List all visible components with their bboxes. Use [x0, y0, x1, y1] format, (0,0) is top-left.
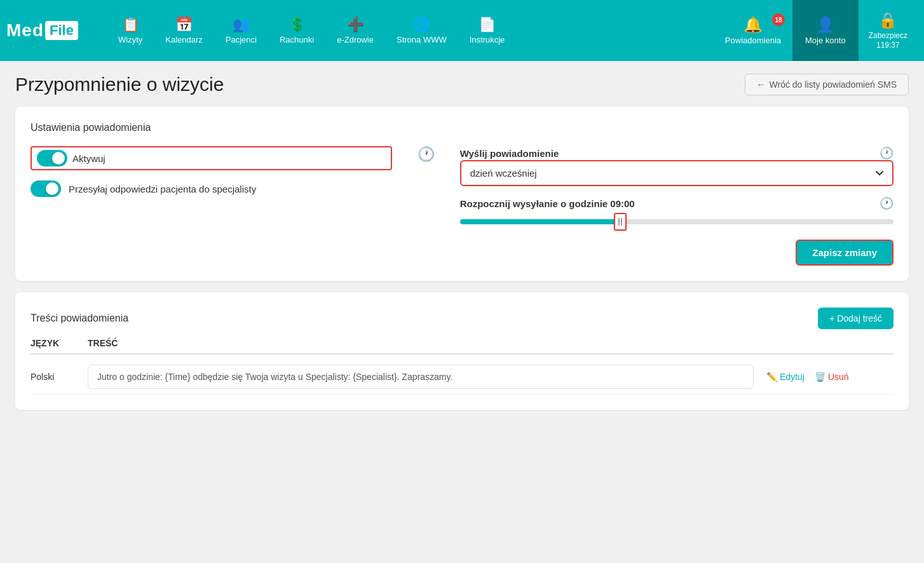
settings-grid: Aktywuj Przesyłaj odpowiedzi pacjenta do…: [31, 146, 893, 233]
col-lang-header: JĘZYK: [31, 338, 88, 348]
edit-button[interactable]: ✏️ Edytuj: [766, 372, 805, 382]
nav-item-rachunki[interactable]: 💲Rachunki: [269, 11, 324, 50]
user-icon: 👤: [816, 16, 835, 34]
arrow-left-icon: ←: [757, 79, 766, 90]
notification-badge: 18: [772, 13, 785, 26]
forward-label: Przesyłaj odpowiedzi pacjenta do specjal…: [69, 184, 256, 194]
col-actions-header: [766, 338, 893, 348]
slider-thumb-lines: [618, 218, 622, 226]
nav-item-wizyty[interactable]: 📋Wizyty: [108, 11, 153, 50]
pacjenci-icon: 👥: [233, 17, 250, 33]
settings-card-title: Ustawienia powiadomienia: [31, 122, 893, 133]
content-card-header: Treści powiadomienia + Dodaj treść: [31, 308, 893, 329]
bell-icon: 🔔: [744, 16, 763, 34]
add-content-button[interactable]: + Dodaj treść: [818, 308, 893, 329]
send-notif-section: Wyślij powiadomienie 🕐 dzień wcześniej 2…: [460, 146, 893, 186]
my-account-button[interactable]: 👤 Moje konto: [792, 0, 859, 61]
slider-track: [460, 219, 893, 224]
save-button[interactable]: Zapisz zmiany: [796, 240, 893, 266]
send-notif-header: Wyślij powiadomienie 🕐: [460, 146, 893, 160]
save-row: Zapisz zmiany: [31, 240, 893, 266]
pencil-icon: ✏️: [766, 372, 777, 382]
app-logo[interactable]: Med File: [6, 20, 95, 41]
wizyty-icon: 📋: [122, 17, 139, 33]
instrukcje-icon: 📄: [479, 17, 496, 33]
row-content: Jutro o godzinie: {Time} odbędzie się Tw…: [88, 365, 754, 389]
security-label: Zabezpiecz 119:37: [869, 31, 907, 50]
table-row: Polski Jutro o godzinie: {Time} odbędzie…: [31, 360, 893, 395]
col-content-header: TREŚĆ: [88, 338, 766, 348]
rachunki-icon: 💲: [289, 17, 306, 33]
content-card-title: Treści powiadomienia: [31, 313, 128, 324]
main-container: Przypomnienie o wizycie ← Wróć do listy …: [0, 61, 924, 563]
settings-left: Aktywuj Przesyłaj odpowiedzi pacjenta do…: [31, 146, 392, 197]
row-actions: ✏️ Edytuj 🗑️ Usuń: [766, 372, 893, 382]
row-lang: Polski: [31, 372, 88, 382]
content-card: Treści powiadomienia + Dodaj treść JĘZYK…: [15, 292, 909, 410]
back-button[interactable]: ← Wróć do listy powiadomień SMS: [745, 74, 909, 95]
activate-toggle-row: Aktywuj: [31, 146, 392, 170]
activate-label: Aktywuj: [72, 153, 105, 164]
nav-right: 🔔 18 Powiadomienia 👤 Moje konto 🔒 Zabezp…: [714, 0, 918, 61]
slider-thumb-wrapper: [614, 213, 627, 231]
nav-items: 📋Wizyty📅Kalendarz👥Pacjenci💲Rachunki➕e-Zd…: [108, 11, 714, 50]
forward-toggle-row: Przesyłaj odpowiedzi pacjenta do specjal…: [31, 180, 392, 197]
start-time-section: Rozpocznij wysyłanie o godzinie 09:00 🕐: [460, 196, 893, 233]
nav-item-instrukcje[interactable]: 📄Instrukcje: [459, 11, 515, 50]
activate-toggle[interactable]: [37, 150, 67, 166]
content-table-header: JĘZYK TREŚĆ: [31, 338, 893, 355]
notifications-button[interactable]: 🔔 18 Powiadomienia: [714, 11, 792, 50]
settings-card: Ustawienia powiadomienia Aktywuj Przesył…: [15, 107, 909, 281]
center-clock-icon: 🕐: [418, 146, 435, 163]
send-notif-clock-icon: 🕐: [880, 146, 893, 160]
e-zdrowie-icon: ➕: [347, 17, 364, 33]
delete-button[interactable]: 🗑️ Usuń: [815, 372, 849, 382]
trash-icon: 🗑️: [815, 372, 825, 382]
lock-icon: 🔒: [878, 11, 897, 29]
my-account-label: Moje konto: [805, 36, 846, 45]
nav-item-strona-www[interactable]: 🌐Strona WWW: [386, 11, 457, 50]
security-button[interactable]: 🔒 Zabezpiecz 119:37: [859, 0, 918, 61]
nav-item-pacjenci[interactable]: 👥Pacjenci: [215, 11, 267, 50]
nav-item-e-zdrowie[interactable]: ➕e-Zdrowie: [327, 11, 384, 50]
forward-toggle[interactable]: [31, 180, 61, 197]
navbar: Med File 📋Wizyty📅Kalendarz👥Pacjenci💲Rach…: [0, 0, 924, 61]
notifications-label: Powiadomienia: [725, 36, 781, 45]
send-notif-select[interactable]: dzień wcześniej 2 dni wcześniej tydzień …: [460, 160, 893, 186]
nav-item-kalendarz[interactable]: 📅Kalendarz: [155, 11, 213, 50]
time-slider-thumb[interactable]: [614, 213, 627, 231]
kalendarz-icon: 📅: [175, 17, 193, 33]
page-title: Przypomnienie o wizycie: [15, 74, 224, 95]
time-slider-container: [460, 210, 893, 233]
logo-med-text: Med: [6, 20, 44, 41]
page-header: Przypomnienie o wizycie ← Wróć do listy …: [15, 74, 909, 95]
start-time-clock-icon: 🕐: [880, 196, 893, 210]
start-time-header: Rozpocznij wysyłanie o godzinie 09:00 🕐: [460, 196, 893, 210]
slider-fill: [460, 219, 620, 224]
settings-right: Wyślij powiadomienie 🕐 dzień wcześniej 2…: [460, 146, 893, 233]
logo-file-text: File: [45, 21, 78, 40]
strona-www-icon: 🌐: [413, 17, 430, 33]
